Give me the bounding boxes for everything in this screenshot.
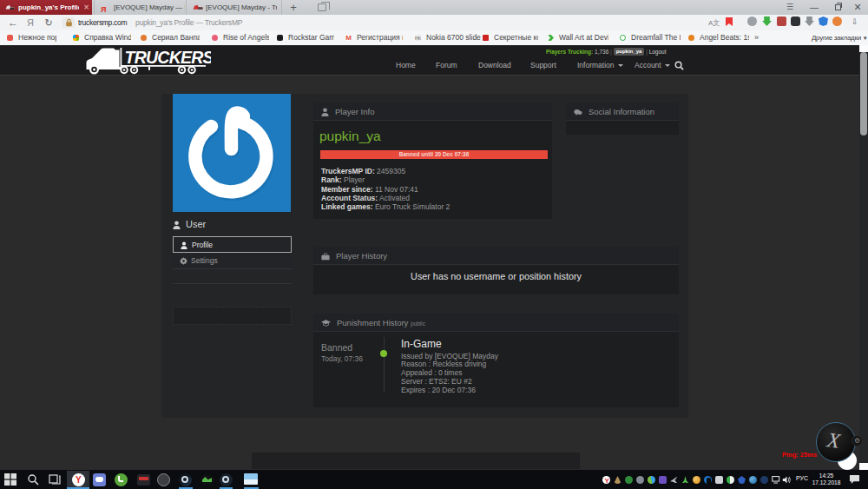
tb-steam1[interactable]: [179, 473, 192, 486]
tb-discord[interactable]: [93, 473, 106, 486]
nav-account[interactable]: Account: [635, 61, 670, 69]
tr3: [625, 476, 633, 484]
tr-notif: [849, 474, 860, 485]
logout[interactable]: Logout: [649, 49, 667, 55]
user-badge[interactable]: pupkin_ya: [614, 48, 645, 56]
ext4: [791, 17, 800, 26]
username: pupkin_ya: [319, 129, 381, 144]
address-bar: [0, 15, 868, 30]
nav-info[interactable]: Information: [577, 61, 623, 69]
win-min[interactable]: —: [806, 0, 823, 15]
tr10: [704, 476, 712, 484]
tr9: [693, 476, 700, 484]
tb-photos[interactable]: [244, 473, 258, 485]
ext6: [819, 17, 828, 26]
tb-start[interactable]: [4, 473, 16, 486]
ext3: [777, 17, 786, 26]
tab-yandex[interactable]: Я [EVOQUE] Mayday — Янде: [94, 0, 187, 15]
ic-translate: A文: [708, 18, 720, 28]
bm-chevron: »: [754, 30, 759, 45]
lock: [65, 18, 73, 27]
nav-home[interactable]: Home: [396, 61, 416, 69]
tr1: Y: [602, 476, 610, 484]
tb-steam2[interactable]: [220, 473, 233, 486]
topbar: Players Trucking: 1,736 | pupkin_ya | Lo…: [546, 48, 667, 56]
btn-home[interactable]: Я: [24, 15, 36, 30]
divider: [173, 283, 292, 284]
panel-social: Social Information: [566, 102, 679, 135]
svg-text:TRUCKERSMP: TRUCKERSMP: [125, 48, 212, 67]
tb-game[interactable]: [201, 474, 214, 486]
footer: [252, 453, 580, 469]
pun-left: BannedToday, 07:36: [321, 342, 363, 363]
scrollbar: [859, 45, 868, 470]
addr-host: truckersmp.com: [78, 15, 127, 30]
win-close[interactable]: ✕: [849, 0, 866, 15]
ext7: [832, 17, 842, 26]
logo: TRUCKERSMP: [85, 47, 211, 75]
tb-utorrent[interactable]: [115, 473, 128, 486]
clock: 14:2517.12.2018: [809, 472, 844, 486]
ext1: [747, 17, 757, 26]
panel-history: Player History User has no username or p…: [313, 247, 679, 294]
menu-profile[interactable]: Profile: [173, 236, 292, 253]
tb-search[interactable]: [27, 473, 39, 486]
avatar: [173, 94, 291, 212]
no-history: User has no username or position history: [313, 265, 679, 288]
tr14: [749, 476, 757, 484]
tab-new[interactable]: +: [286, 1, 300, 15]
tb-taskview[interactable]: [49, 473, 61, 486]
tab-tmp[interactable]: [EVOQUE] Mayday - Trucke: [187, 0, 282, 15]
panel-punishment: Punishment History public BannedToday, 0…: [313, 314, 679, 407]
user-heading: User: [173, 219, 292, 233]
taskbar: [0, 470, 868, 489]
addr-title: pupkin_ya's Profile — TruckersMP: [135, 15, 242, 30]
ad-box: [173, 307, 292, 325]
tr-lang: РУС: [796, 475, 808, 481]
ban-banner: Banned until 20 Dec 07:36: [320, 150, 548, 159]
ic-dl: ⇩: [852, 17, 858, 26]
tb-obs[interactable]: [157, 473, 170, 486]
tr-vol: [782, 475, 792, 485]
tr5: [648, 476, 655, 484]
overlay-x: X: [816, 422, 856, 462]
tb-yandex[interactable]: Y: [72, 473, 85, 486]
btn-reload[interactable]: ↻: [43, 15, 55, 30]
tr4: [636, 476, 644, 484]
tr6: [659, 476, 667, 484]
tb-tmp[interactable]: [137, 474, 150, 486]
menu-settings[interactable]: Settings: [173, 253, 292, 269]
btn-back[interactable]: ←: [7, 15, 19, 30]
info-lines: TruckersMP ID: 2459305 Rank: Player Memb…: [321, 167, 450, 211]
nav-download[interactable]: Download: [478, 61, 511, 69]
tr15: [760, 476, 768, 484]
win-max[interactable]: [835, 4, 841, 10]
win-menu[interactable]: ☰: [781, 0, 799, 15]
nav-forum[interactable]: Forum: [436, 61, 457, 69]
nav-search[interactable]: [674, 61, 684, 70]
ping: Ping: 25ms: [782, 451, 817, 459]
overlay-gear: ⚙: [852, 435, 863, 446]
pun-right: In-Game Issued by [EVOQUE] MaydayReason …: [401, 338, 498, 394]
tr11: [715, 476, 723, 484]
tr12: [727, 476, 734, 484]
panel-player-info: Player Info pupkin_ya Banned until 20 De…: [313, 102, 552, 219]
tr-net: [772, 475, 781, 485]
tab-active[interactable]: pupkin_ya's Profile — Tr✕: [0, 0, 92, 15]
nav-support[interactable]: Support: [530, 61, 556, 69]
page: pupkin_ya's Profile — Tr✕ Я [EVOQUE] May…: [0, 0, 868, 489]
tab-tile: [318, 3, 326, 11]
